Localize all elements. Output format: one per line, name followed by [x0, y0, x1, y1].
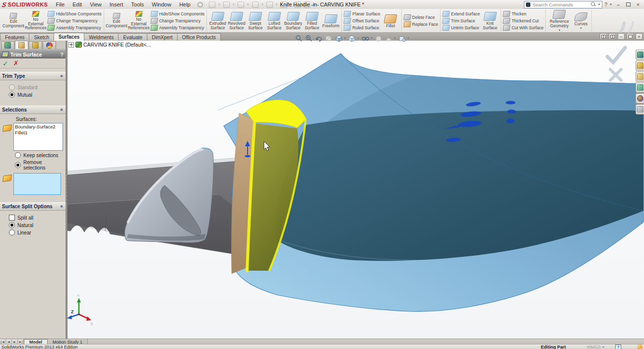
options-caret-icon[interactable]: ▼ — [313, 3, 316, 6]
hide-show-components-button[interactable]: Hide/Show Components — [48, 11, 102, 17]
trim-surface-button[interactable]: Trim Surface — [443, 18, 480, 24]
surfaces-selection-list[interactable]: Boundary-Surface2 Fillet1 — [13, 123, 63, 151]
doc-restore-button[interactable] — [627, 33, 634, 40]
help-button[interactable]: ? — [604, 2, 607, 7]
taskpane-view-palette-button[interactable] — [636, 82, 644, 93]
status-tag-icon[interactable] — [638, 345, 643, 349]
thicken-button[interactable]: Thicken — [503, 11, 543, 17]
change-transparency-button[interactable]: Change Transparency — [48, 18, 102, 24]
tree-expand-icon[interactable] — [68, 42, 74, 48]
extend-surface-button[interactable]: Extend Surface — [443, 11, 480, 17]
filled-surface-button[interactable]: Filled Surface — [303, 11, 321, 30]
feature-tree-root-label[interactable]: CARVING KNIFE (Default<... — [83, 42, 151, 48]
fillet-button[interactable]: Fillet — [382, 13, 399, 28]
select-caret-icon[interactable]: ▼ — [290, 3, 293, 6]
boundary-surface-button[interactable]: Boundary Surface — [284, 11, 302, 30]
close-button[interactable]: × — [634, 1, 642, 8]
menu-edit[interactable]: Edit — [68, 1, 86, 8]
edit-component-button-2[interactable]: Edit Component — [106, 13, 127, 28]
doc-close-button[interactable]: × — [636, 33, 643, 40]
taskpane-resources-button[interactable] — [636, 50, 644, 60]
trim-mutual-option[interactable]: Mutual — [9, 92, 64, 98]
split-all-checkbox[interactable] — [9, 215, 15, 221]
pieces-to-remove-field[interactable] — [13, 173, 61, 195]
menu-insert[interactable]: Insert — [106, 1, 128, 8]
revolved-surface-button[interactable]: Revolved Surface — [228, 11, 245, 30]
swept-surface-button[interactable]: Swept Surface — [247, 11, 264, 30]
assembly-transparency-button-2[interactable]: Assembly Transparency — [151, 25, 205, 31]
pm-ok-button[interactable]: ✓ — [2, 60, 8, 67]
curves-button[interactable]: Curves ▼ — [572, 11, 589, 30]
graphics-viewport[interactable]: Y Z X CARVING KNIFE (Default<... — [67, 41, 644, 339]
tab-sketch[interactable]: Sketch — [29, 33, 54, 41]
zoom-to-area-button[interactable] — [305, 34, 313, 42]
status-help-icon[interactable]: ? — [615, 345, 621, 349]
tab-weldments[interactable]: Weldments — [84, 33, 119, 41]
knit-surface-button[interactable]: Knit Surface — [481, 11, 499, 30]
select-icon[interactable] — [281, 1, 287, 8]
apply-scene-button[interactable] — [385, 34, 393, 42]
open-caret-icon[interactable]: ▼ — [232, 3, 235, 6]
restore-button[interactable] — [624, 1, 632, 8]
lofted-surface-button[interactable]: Lofted Surface — [265, 11, 283, 30]
menu-help[interactable]: Help — [175, 1, 194, 8]
print-caret-icon[interactable]: ▼ — [261, 3, 264, 6]
tab-features[interactable]: Features — [0, 33, 29, 41]
search-commands-box[interactable]: Search Commands ▼ — [524, 1, 602, 8]
search-scope-icon[interactable] — [526, 2, 530, 7]
no-external-references-button[interactable]: No External References — [25, 11, 46, 31]
displaymanager-tab[interactable] — [43, 41, 56, 49]
offset-surface-button[interactable]: Offset Surface — [344, 18, 380, 24]
trim-standard-option[interactable]: Standard — [9, 84, 64, 90]
rebuild-icon[interactable] — [295, 1, 301, 8]
pm-cancel-button[interactable]: ✗ — [13, 60, 19, 66]
taskpane-appearances-button[interactable] — [636, 93, 644, 104]
surface-split-options-header[interactable]: Surface Split Options « — [0, 202, 65, 211]
display-style-caret-icon[interactable]: ▼ — [357, 37, 360, 40]
keep-selections-radio[interactable] — [15, 152, 21, 158]
remove-selections-option[interactable]: Remove selections — [15, 160, 64, 171]
natural-option[interactable]: Natural — [9, 222, 64, 228]
remove-selections-radio[interactable] — [15, 162, 21, 168]
units-dropdown[interactable]: MMGS ▾ — [587, 345, 604, 349]
menu-window[interactable]: Window — [148, 1, 175, 8]
selection-item[interactable]: Boundary-Surface2 — [15, 124, 62, 130]
print-icon[interactable] — [252, 1, 258, 8]
tab-surfaces[interactable]: Surfaces — [54, 33, 84, 41]
view-settings-caret-icon[interactable]: ▼ — [407, 37, 410, 40]
thickened-cut-button[interactable]: Thickened Cut — [503, 18, 543, 24]
save-caret-icon[interactable]: ▼ — [247, 3, 250, 6]
trim-mutual-radio[interactable] — [9, 92, 15, 98]
taskpane-file-explorer-button[interactable] — [636, 71, 644, 82]
no-external-references-button-2[interactable]: No External References — [129, 11, 149, 31]
change-transparency-button-2[interactable]: Change Transparency — [151, 18, 205, 24]
linear-radio[interactable] — [9, 230, 15, 235]
propertymanager-tab[interactable] — [15, 41, 28, 49]
save-icon[interactable] — [238, 1, 244, 8]
featuremanager-tree-tab[interactable] — [1, 41, 14, 49]
reference-geometry-button[interactable]: Reference Geometry ▼ — [548, 9, 571, 32]
pm-help-button[interactable]: ? — [61, 52, 64, 58]
zoom-to-fit-button[interactable] — [295, 34, 303, 42]
ruled-surface-button[interactable]: Ruled Surface — [344, 25, 380, 31]
menu-view[interactable]: View — [86, 1, 106, 8]
linear-option[interactable]: Linear — [9, 230, 64, 235]
trim-type-section-header[interactable]: Trim Type « — [0, 72, 65, 80]
hide-show-items-caret-icon[interactable]: ▼ — [370, 37, 373, 40]
selections-section-header[interactable]: Selections « — [0, 106, 65, 114]
planar-surface-button[interactable]: Planar Surface — [344, 11, 380, 17]
freeform-button[interactable]: Freeform — [322, 13, 339, 28]
configurationmanager-tab[interactable] — [29, 41, 42, 49]
extruded-surface-button[interactable]: Extruded Surface — [209, 11, 226, 30]
open-icon[interactable] — [223, 1, 230, 8]
taskpane-design-library-button[interactable] — [636, 60, 644, 71]
tab-dimxpert[interactable]: DimXpert — [147, 33, 178, 41]
tab-evaluate[interactable]: Evaluate — [118, 33, 147, 41]
assembly-transparency-button[interactable]: Assembly Transparency — [48, 25, 102, 31]
view-settings-button[interactable] — [398, 34, 406, 42]
edit-component-button[interactable]: Edit Component — [3, 13, 24, 28]
minimize-button[interactable]: – — [614, 1, 622, 8]
delete-face-button[interactable]: Delete Face — [404, 14, 438, 20]
edit-appearance-button[interactable] — [375, 34, 383, 42]
search-caret-icon[interactable]: ▼ — [598, 3, 601, 6]
